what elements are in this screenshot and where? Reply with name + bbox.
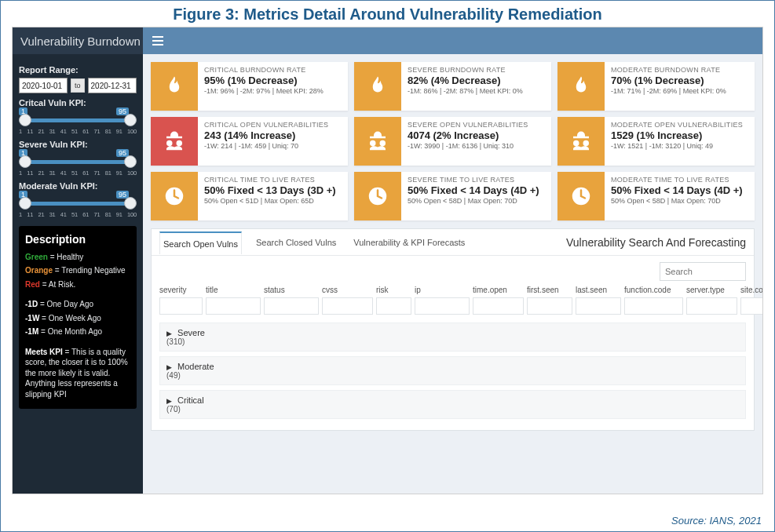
panel-tab[interactable]: Search Open Vulns — [159, 231, 242, 254]
expand-arrow-icon: ▶ — [166, 363, 172, 371]
kpi-slider[interactable]: 1 95 — [19, 152, 137, 169]
column-header[interactable]: cvss — [322, 286, 373, 294]
metric-value: 243 (14% Increase) — [204, 129, 342, 141]
metric-card[interactable]: SEVERE TIME TO LIVE RATES 50% Fixed < 14… — [354, 172, 551, 220]
slider-handle-low[interactable] — [19, 114, 31, 126]
severity-group-row[interactable]: ▶ Critical (70) — [159, 390, 746, 419]
search-panel: Search Open VulnsSearch Closed VulnsVuln… — [151, 228, 755, 431]
kpi-slider-label: Severe Vuln KPI: — [19, 140, 137, 149]
metric-value: 70% (1% Decrease) — [611, 75, 748, 86]
column-header[interactable]: time.open — [473, 286, 524, 294]
slider-handle-high[interactable] — [124, 114, 137, 126]
metric-subtext: -1M: 71% | -2M: 69% | Meet KPI: 0% — [611, 87, 748, 95]
metric-value: 50% Fixed < 14 Days (4D +) — [408, 184, 545, 196]
metric-subtext: 50% Open < 58D | Max Open: 70D — [611, 197, 748, 205]
kpi-slider[interactable]: 1 95 — [19, 111, 137, 128]
metric-subtext: -1W: 1521 | -1M: 3120 | Uniq: 49 — [611, 142, 748, 150]
flame-icon — [151, 62, 198, 111]
meets-kpi-def: Meets KPI = This is a quality score, the… — [25, 347, 130, 400]
kpi-slider[interactable]: 1 95 — [19, 194, 137, 211]
column-header[interactable]: risk — [376, 286, 411, 294]
metric-label: SEVERE BURNDOWN RATE — [408, 66, 545, 74]
metric-label: CRITICAL TIME TO LIVE RATES — [204, 176, 342, 184]
metric-card[interactable]: CRITICAL OPEN VULNERABILITIES 243 (14% I… — [151, 117, 348, 166]
column-header[interactable]: first.seen — [527, 286, 572, 294]
slider-ticks: 1112131415161718191100 — [19, 211, 137, 218]
column-filter-input[interactable] — [686, 297, 737, 315]
column-filter-input[interactable] — [624, 297, 683, 315]
column-filter-input[interactable] — [376, 297, 411, 315]
metric-cards-grid: CRITICAL BURNDOWN RATE 95% (1% Decrease)… — [151, 62, 755, 220]
column-filter-input[interactable] — [527, 297, 572, 315]
column-filter-input[interactable] — [206, 297, 261, 315]
column-header[interactable]: status — [264, 286, 319, 294]
column-filter-input[interactable] — [159, 297, 203, 315]
app-brand: Vulnerability Burndown — [13, 27, 143, 54]
figure-title: Figure 3: Metrics Detail Around Vulnerab… — [1, 1, 774, 27]
main-content: CRITICAL BURNDOWN RATE 95% (1% Decrease)… — [143, 54, 762, 494]
date-to-separator: to — [71, 78, 85, 93]
date-from-input[interactable] — [19, 78, 68, 93]
panel-tabs: Search Open VulnsSearch Closed VulnsVuln… — [159, 231, 468, 253]
metric-card[interactable]: MODERATE OPEN VULNERABILITIES 1529 (1% I… — [557, 117, 755, 166]
timeframe-def: -1D = One Day Ago — [25, 299, 130, 310]
metric-card[interactable]: CRITICAL TIME TO LIVE RATES 50% Fixed < … — [151, 172, 348, 220]
column-filter-input[interactable] — [473, 297, 524, 315]
clock-icon — [354, 172, 401, 220]
metric-subtext: -1W: 214 | -1M: 459 | Uniq: 70 — [204, 142, 342, 150]
group-count: (49) — [166, 371, 739, 380]
table-filters-row — [159, 297, 746, 315]
description-title: Description — [25, 232, 130, 247]
panel-title: Vulnerability Search And Forecasting — [566, 236, 746, 249]
spy-icon — [354, 117, 401, 166]
column-header[interactable]: ip — [415, 286, 470, 294]
flame-icon — [557, 62, 605, 111]
metric-card[interactable]: SEVERE BURNDOWN RATE 82% (4% Decrease) -… — [354, 62, 551, 111]
column-filter-input[interactable] — [322, 297, 373, 315]
group-name: Moderate — [177, 362, 214, 371]
slider-handle-low[interactable] — [19, 197, 31, 210]
metric-card[interactable]: SEVERE OPEN VULNERABILITIES 4074 (2% Inc… — [354, 117, 551, 166]
column-header[interactable]: title — [206, 286, 261, 294]
timeframe-def: -1W = One Week Ago — [25, 313, 130, 324]
kpi-slider-label: Critcal Vuln KPI: — [19, 98, 137, 107]
date-to-input[interactable] — [88, 78, 137, 93]
column-filter-input[interactable] — [740, 297, 762, 315]
slider-handle-low[interactable] — [19, 155, 31, 168]
metric-label: MODERATE OPEN VULNERABILITIES — [611, 121, 748, 129]
sidebar: Report Range: to Critcal Vuln KPI: 1 95 … — [13, 54, 143, 494]
slider-handle-high[interactable] — [124, 155, 137, 168]
column-filter-input[interactable] — [415, 297, 470, 315]
panel-tab[interactable]: Vulnerability & KPI Forecasts — [350, 231, 468, 253]
legend-item: Orange = Trending Negative — [25, 265, 130, 276]
column-header[interactable]: severity — [159, 286, 203, 294]
column-header[interactable]: server.type — [686, 286, 737, 294]
metric-label: SEVERE TIME TO LIVE RATES — [408, 176, 545, 184]
column-filter-input[interactable] — [264, 297, 319, 315]
spy-icon — [557, 117, 605, 166]
metric-subtext: -1M: 96% | -2M: 97% | Meet KPI: 28% — [204, 87, 342, 95]
expand-arrow-icon: ▶ — [166, 397, 172, 405]
column-filter-input[interactable] — [576, 297, 621, 315]
metric-card[interactable]: CRITICAL BURNDOWN RATE 95% (1% Decrease)… — [151, 62, 348, 111]
search-input[interactable] — [660, 262, 746, 281]
column-header[interactable]: last.seen — [576, 286, 621, 294]
legend-item: Red = At Risk. — [25, 279, 130, 290]
severity-group-row[interactable]: ▶ Severe (310) — [159, 322, 746, 352]
column-header[interactable]: site.code — [740, 286, 762, 294]
metric-card[interactable]: MODERATE TIME TO LIVE RATES 50% Fixed < … — [557, 172, 755, 220]
column-header[interactable]: function.code — [624, 286, 683, 294]
legend-item: Green = Healthy — [25, 252, 130, 263]
metric-label: CRITICAL OPEN VULNERABILITIES — [204, 121, 342, 129]
metric-subtext: -1M: 86% | -2M: 87% | Meet KPI: 0% — [408, 87, 545, 95]
panel-tab[interactable]: Search Closed Vulns — [253, 231, 339, 253]
sidebar-toggle[interactable] — [143, 27, 762, 54]
metric-card[interactable]: MODERATE BURNDOWN RATE 70% (1% Decrease)… — [557, 62, 755, 111]
metric-subtext: 50% Open < 58D | Max Open: 70D — [408, 197, 545, 205]
expand-arrow-icon: ▶ — [166, 330, 172, 337]
metric-value: 82% (4% Decrease) — [408, 75, 545, 86]
slider-handle-high[interactable] — [124, 197, 137, 210]
description-box: Description Green = HealthyOrange = Tren… — [19, 226, 137, 409]
severity-group-row[interactable]: ▶ Moderate (49) — [159, 356, 746, 385]
source-attribution: Source: IANS, 2021 — [671, 515, 762, 527]
